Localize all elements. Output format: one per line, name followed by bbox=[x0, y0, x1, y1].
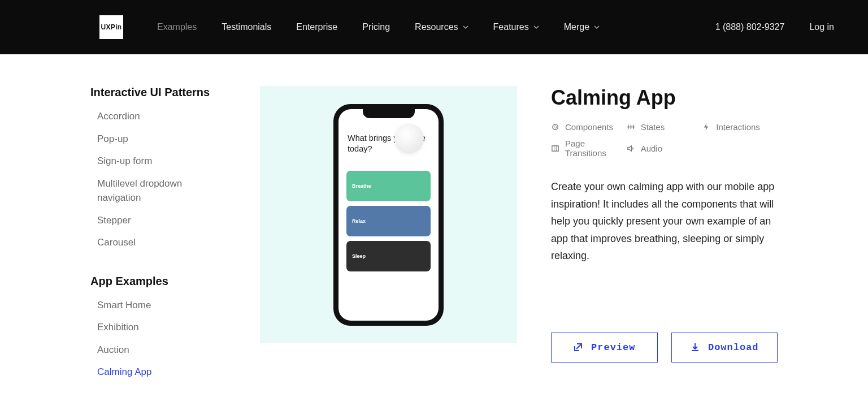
nav-label: Features bbox=[493, 22, 529, 32]
sidebar-section-title: App Examples bbox=[90, 275, 226, 288]
phone-number[interactable]: 1 (888) 802-9327 bbox=[715, 22, 785, 32]
phone-screen: What brings you here today? Breathe Rela… bbox=[338, 109, 439, 321]
top-header: UXPin Examples Testimonials Enterprise P… bbox=[0, 0, 868, 54]
sidebar-item-calming-app[interactable]: Calming App bbox=[90, 365, 226, 379]
svg-rect-1 bbox=[552, 145, 558, 150]
sidebar-item-accordion[interactable]: Accordion bbox=[90, 109, 226, 124]
sidebar-item-stepper[interactable]: Stepper bbox=[90, 213, 226, 228]
sidebar: Interactive UI Patterns Accordion Pop-up… bbox=[90, 86, 226, 397]
meta-label: States bbox=[641, 122, 665, 132]
login-link[interactable]: Log in bbox=[809, 22, 834, 32]
nav-label: Pricing bbox=[362, 22, 390, 32]
meta-audio: Audio bbox=[627, 139, 702, 158]
card-relax: Relax bbox=[346, 206, 431, 236]
nav-label: Merge bbox=[564, 22, 589, 32]
transitions-icon bbox=[551, 144, 559, 153]
logo[interactable]: UXPin bbox=[99, 15, 123, 39]
description-text: Create your own calming app with our mob… bbox=[551, 178, 778, 265]
download-icon bbox=[690, 342, 700, 352]
nav-testimonials[interactable]: Testimonials bbox=[222, 22, 271, 32]
meta-components: Components bbox=[551, 122, 627, 132]
chevron-down-icon bbox=[533, 24, 539, 30]
meta-label: Page Transitions bbox=[565, 139, 627, 158]
preview-box: What brings you here today? Breathe Rela… bbox=[260, 86, 517, 343]
nav-merge[interactable]: Merge bbox=[564, 22, 600, 32]
chevron-down-icon bbox=[594, 24, 600, 30]
audio-icon bbox=[627, 144, 635, 153]
meta-interactions: Interactions bbox=[702, 122, 778, 132]
nav-features[interactable]: Features bbox=[493, 22, 539, 32]
sidebar-item-signup[interactable]: Sign-up form bbox=[90, 154, 226, 169]
preview-button[interactable]: Preview bbox=[551, 333, 658, 363]
action-buttons: Preview Download bbox=[551, 333, 778, 363]
button-label: Download bbox=[708, 342, 759, 353]
interactions-icon bbox=[702, 123, 710, 131]
sidebar-list-examples: Smart Home Exhibition Auction Calming Ap… bbox=[90, 298, 226, 379]
header-right: 1 (888) 802-9327 Log in bbox=[715, 22, 834, 32]
play-button[interactable] bbox=[394, 124, 424, 153]
states-icon bbox=[627, 123, 635, 131]
nav-label: Examples bbox=[157, 22, 197, 32]
phone-mockup: What brings you here today? Breathe Rela… bbox=[333, 104, 444, 326]
sidebar-item-exhibition[interactable]: Exhibition bbox=[90, 320, 226, 335]
detail-column: Calming App Components States Interactio… bbox=[551, 86, 778, 397]
meta-grid: Components States Interactions Page Tran… bbox=[551, 122, 778, 158]
main-content: Interactive UI Patterns Accordion Pop-up… bbox=[0, 54, 868, 397]
sidebar-item-smarthome[interactable]: Smart Home bbox=[90, 298, 226, 313]
nav-examples[interactable]: Examples bbox=[157, 22, 197, 32]
nav-resources[interactable]: Resources bbox=[415, 22, 468, 32]
sidebar-section-title: Interactive UI Patterns bbox=[90, 86, 226, 99]
download-button[interactable]: Download bbox=[671, 333, 778, 363]
nav-enterprise[interactable]: Enterprise bbox=[296, 22, 337, 32]
card-breathe: Breathe bbox=[346, 171, 431, 201]
nav-pricing[interactable]: Pricing bbox=[362, 22, 390, 32]
external-link-icon bbox=[573, 342, 583, 352]
sidebar-item-multilevel[interactable]: Multilevel dropdown navigation bbox=[90, 176, 226, 205]
card-sleep: Sleep bbox=[346, 241, 431, 271]
phone-notch bbox=[363, 109, 415, 118]
nav-label: Resources bbox=[415, 22, 458, 32]
page-title: Calming App bbox=[551, 86, 778, 110]
sidebar-list-patterns: Accordion Pop-up Sign-up form Multilevel… bbox=[90, 109, 226, 250]
sidebar-item-carousel[interactable]: Carousel bbox=[90, 235, 226, 250]
chevron-down-icon bbox=[463, 24, 468, 30]
main-nav: Examples Testimonials Enterprise Pricing… bbox=[157, 22, 715, 32]
sidebar-item-popup[interactable]: Pop-up bbox=[90, 132, 226, 146]
meta-label: Audio bbox=[641, 144, 662, 153]
meta-transitions: Page Transitions bbox=[551, 139, 627, 158]
components-icon bbox=[551, 123, 559, 131]
button-label: Preview bbox=[591, 342, 635, 353]
meta-label: Components bbox=[565, 122, 613, 132]
sidebar-item-auction[interactable]: Auction bbox=[90, 343, 226, 357]
meta-label: Interactions bbox=[716, 122, 760, 132]
preview-column: What brings you here today? Breathe Rela… bbox=[260, 86, 517, 397]
nav-label: Enterprise bbox=[296, 22, 337, 32]
nav-label: Testimonials bbox=[222, 22, 271, 32]
meta-states: States bbox=[627, 122, 702, 132]
